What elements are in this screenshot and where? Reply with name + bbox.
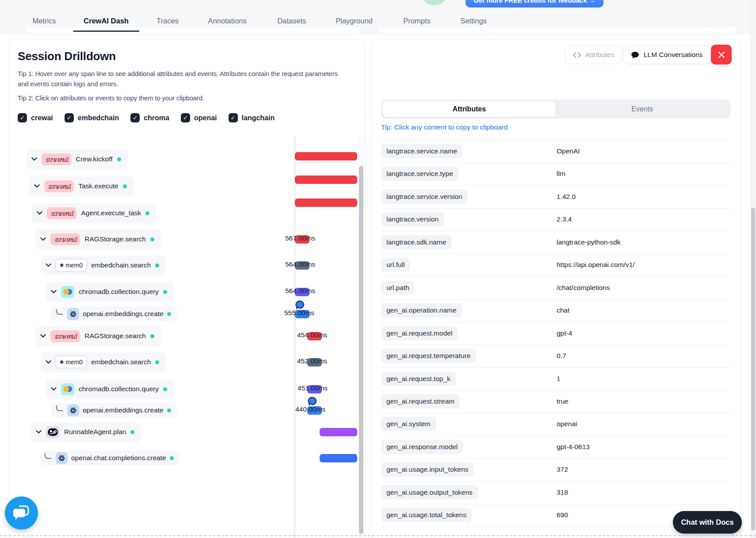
crewai-logo: crewai	[47, 207, 76, 219]
checkbox-icon[interactable]: ✓	[65, 113, 74, 122]
close-button[interactable]	[711, 45, 732, 65]
span-row-openai-embeddings-create[interactable]: openai.embeddings.create	[51, 307, 177, 321]
tab-playground[interactable]: Playground	[336, 17, 372, 25]
span-duration: 452.00ms	[297, 357, 327, 365]
attribute-key[interactable]: langtrace.service.version	[381, 190, 467, 204]
span-row-chromadb-collection-query[interactable]: chromadb.collection.query	[46, 282, 174, 302]
timeline-axis	[294, 136, 295, 538]
tab-attributes[interactable]: Attributes	[383, 101, 556, 117]
status-dot	[167, 408, 171, 412]
chevron-down-icon[interactable]	[31, 157, 37, 161]
chat-with-docs-button[interactable]: Chat with Docs	[673, 511, 742, 534]
checkbox-icon[interactable]: ✓	[130, 113, 140, 122]
attribute-key[interactable]: gen_ai.request.model	[381, 326, 458, 340]
attribute-key[interactable]: gen_ai.usage.input_tokens	[381, 462, 473, 477]
span-row-openai-embeddings-create[interactable]: openai.embeddings.create	[51, 403, 177, 417]
span-row-ragstorage-search[interactable]: crewaiRAGStorage.search	[35, 326, 161, 346]
attribute-value[interactable]: 1.42.0	[557, 193, 576, 201]
span-bar-openai-chat-completions-create[interactable]	[320, 454, 357, 462]
span-row-chromadb-collection-query[interactable]: chromadb.collection.query	[46, 379, 174, 399]
attribute-key[interactable]: gen_ai.response.model	[381, 440, 463, 454]
tab-events[interactable]: Events	[556, 101, 729, 117]
attribute-value[interactable]: 690	[557, 511, 568, 519]
tab-annotations[interactable]: Annotations	[208, 17, 246, 25]
tab-crewai-dash[interactable]: CrewAI Dash	[84, 17, 129, 25]
attribute-key[interactable]: langtrace.service.name	[381, 144, 462, 158]
attribute-key[interactable]: gen_ai.usage.output_tokens	[381, 485, 478, 500]
chat-widget-button[interactable]	[5, 496, 38, 530]
attribute-key[interactable]: gen_ai.request.top_k	[381, 372, 456, 386]
chevron-down-icon[interactable]	[37, 211, 42, 215]
attribute-key[interactable]: gen_ai.request.temperature	[381, 349, 476, 363]
attribute-key[interactable]: langtrace.version	[381, 212, 444, 226]
attribute-value[interactable]: 0.7	[557, 352, 566, 360]
span-bar-runnableagent-plan[interactable]	[320, 428, 357, 436]
checkbox-icon[interactable]: ✓	[229, 113, 238, 122]
attribute-value[interactable]: /chat/completions	[557, 284, 610, 292]
attribute-value[interactable]: gpt-4-0613	[557, 443, 590, 451]
chat-bubble-icon	[631, 51, 639, 59]
filter-crewai[interactable]: ✓crewai	[18, 113, 53, 122]
attribute-value[interactable]: 2.3.4	[557, 215, 572, 223]
status-dot	[150, 334, 154, 338]
copy-tip[interactable]: Tip: Click any content to copy to clipbo…	[381, 123, 508, 131]
page-scrollbar-thumb[interactable]	[751, 208, 755, 530]
chevron-down-icon[interactable]	[40, 334, 46, 338]
chevron-down-icon[interactable]	[51, 290, 57, 294]
attribute-key[interactable]: gen_ai.usage.total_tokens	[381, 508, 472, 522]
tab-prompts[interactable]: Prompts	[403, 17, 430, 25]
tree-scrollbar-thumb[interactable]	[359, 166, 363, 534]
attribute-value[interactable]: chat	[557, 306, 569, 314]
attribute-key[interactable]: url.full	[381, 258, 410, 272]
filter-chroma[interactable]: ✓chroma	[130, 113, 169, 122]
attribute-value[interactable]: openai	[557, 420, 577, 428]
detail-tabs: Attributes Events	[381, 99, 730, 118]
span-row-crew-kickoff[interactable]: crewaiCrew.kickoff	[27, 149, 128, 169]
tab-traces[interactable]: Traces	[157, 17, 179, 25]
span-row-embedchain-search[interactable]: ✽mem0embedchain.search	[41, 352, 166, 372]
span-bar-agent-execute-task[interactable]	[295, 198, 357, 207]
checkbox-icon[interactable]: ✓	[181, 113, 190, 122]
llm-conversations-button[interactable]: LLM Conversations	[623, 46, 710, 64]
tab-metrics[interactable]: Metrics	[32, 17, 56, 25]
attribute-value[interactable]: 1	[557, 375, 561, 383]
filter-langchain[interactable]: ✓langchain	[229, 113, 275, 122]
span-row-runnableagent-plan[interactable]: RunnableAgent.plan	[31, 422, 141, 442]
attribute-key[interactable]: gen_ai.request.stream	[381, 394, 460, 408]
chevron-down-icon[interactable]	[51, 387, 57, 391]
attributes-button[interactable]: Attributes	[565, 46, 622, 64]
span-row-agent-execute-task[interactable]: crewaiAgent.execute_task	[32, 203, 156, 223]
attribute-value[interactable]: https://api.openai.com/v1/	[557, 261, 635, 269]
attribute-value[interactable]: true	[557, 397, 569, 405]
attribute-value[interactable]: 318	[557, 488, 568, 496]
tab-datasets[interactable]: Datasets	[277, 17, 306, 25]
span-row-ragstorage-search[interactable]: crewaiRAGStorage.search	[35, 229, 161, 249]
span-bar-crew-kickoff[interactable]	[295, 152, 357, 160]
chevron-down-icon[interactable]	[36, 430, 42, 434]
attribute-key[interactable]: gen_ai.system	[381, 417, 436, 431]
chevron-down-icon[interactable]	[34, 184, 40, 188]
span-row-openai-chat-completions-create[interactable]: openai.chat.completions.create	[40, 451, 179, 465]
chevron-down-icon[interactable]	[46, 360, 51, 364]
attribute-row: gen_ai.systemopenai	[381, 412, 730, 436]
attribute-value[interactable]: langtrace-python-sdk	[557, 238, 621, 246]
attribute-value[interactable]: OpenAI	[557, 147, 580, 155]
chevron-down-icon[interactable]	[40, 237, 46, 241]
attribute-key[interactable]: url.path	[381, 281, 415, 295]
filter-openai[interactable]: ✓openai	[181, 113, 217, 122]
span-row-embedchain-search[interactable]: ✽mem0embedchain.search	[41, 256, 166, 275]
vendor-filters: ✓crewai✓embedchain✓chroma✓openai✓langcha…	[18, 113, 275, 122]
attribute-key[interactable]: gen_ai.operation.name	[381, 303, 462, 317]
tab-settings[interactable]: Settings	[460, 17, 487, 25]
attribute-row: gen_ai.request.temperature0.7	[381, 344, 730, 368]
attribute-value[interactable]: 372	[557, 466, 568, 473]
attribute-value[interactable]: gpt-4	[557, 329, 572, 337]
span-bar-task-execute[interactable]	[295, 176, 357, 184]
chevron-down-icon[interactable]	[46, 263, 51, 267]
checkbox-icon[interactable]: ✓	[18, 113, 27, 122]
attribute-value[interactable]: llm	[557, 170, 565, 178]
span-row-task-execute[interactable]: crewaiTask.execute	[29, 176, 134, 196]
filter-embedchain[interactable]: ✓embedchain	[65, 113, 119, 122]
attribute-key[interactable]: langtrace.sdk.name	[381, 235, 451, 249]
attribute-key[interactable]: langtrace.service.type	[381, 167, 458, 181]
